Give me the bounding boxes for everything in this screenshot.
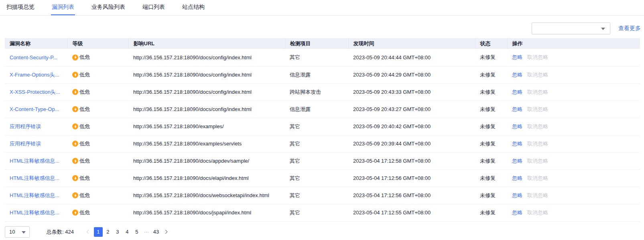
severity-label: 低危 (79, 157, 90, 165)
tab-site-structure[interactable]: 站点结构 (181, 0, 205, 15)
vulnerability-table: 漏洞名称 等级 影响URL 检测项目 发现时间 状态 操作 Content-Se… (0, 38, 644, 222)
page-number[interactable]: 3 (113, 227, 122, 237)
chevron-down-icon (601, 28, 605, 30)
affected-url: http://36.156.157.218:18090/docs/jspapi/… (133, 210, 251, 216)
vulnerability-name-link[interactable]: X-Frame-Options头... (10, 72, 59, 78)
detect-item: 其它 (290, 141, 300, 147)
vulnerability-name-link[interactable]: 应用程序错误 (10, 141, 41, 147)
low-risk-icon (72, 210, 78, 216)
vulnerability-name-link[interactable]: HTML注释敏感信息... (10, 175, 59, 181)
detect-item: 其它 (290, 192, 300, 198)
status-label: 未修复 (480, 106, 496, 112)
vulnerability-name-link[interactable]: X-Content-Type-Op... (10, 106, 59, 112)
tab-vulnerability-list[interactable]: 漏洞列表 (51, 0, 75, 15)
page-number[interactable]: 43 (152, 227, 160, 237)
cancel-ignore-link[interactable]: 取消忽略 (527, 210, 548, 216)
column-header-detect-item: 检测项目 (285, 38, 348, 49)
cancel-ignore-link[interactable]: 取消忽略 (527, 106, 548, 112)
page-number[interactable]: 2 (104, 227, 112, 237)
status-label: 未修复 (480, 192, 496, 198)
ignore-link[interactable]: 忽略 (512, 210, 522, 216)
ignore-link[interactable]: 忽略 (512, 192, 522, 198)
vulnerability-name-link[interactable]: HTML注释敏感信息... (10, 192, 59, 198)
column-header-name: 漏洞名称 (5, 38, 67, 49)
found-time: 2023-05-09 20:39:44 GMT+08:00 (353, 141, 431, 147)
ignore-link[interactable]: 忽略 (512, 175, 522, 181)
cancel-ignore-link[interactable]: 取消忽略 (527, 123, 548, 129)
cancel-ignore-link[interactable]: 取消忽略 (527, 89, 548, 95)
page-number[interactable]: 1 (94, 227, 103, 237)
status-label: 未修复 (480, 175, 496, 181)
view-more-link[interactable]: 查看更多 (618, 25, 641, 32)
low-risk-icon (72, 158, 78, 164)
ignore-link[interactable]: 忽略 (512, 141, 522, 147)
tab-port-list[interactable]: 端口列表 (142, 0, 166, 15)
status-label: 未修复 (480, 158, 496, 164)
severity-label: 低危 (79, 123, 90, 130)
cancel-ignore-link[interactable]: 取消忽略 (527, 175, 548, 181)
severity-label: 低危 (79, 175, 90, 182)
cancel-ignore-link[interactable]: 取消忽略 (527, 192, 548, 198)
page-size-select[interactable]: 10 (5, 226, 30, 238)
vulnerability-name-link[interactable]: HTML注释敏感信息... (10, 210, 59, 216)
page-list: 12345···43 (94, 227, 161, 237)
next-page-button[interactable] (161, 227, 170, 237)
affected-url: http://36.156.157.218:18090/docs/config/… (133, 72, 252, 78)
detect-item: 跨站脚本攻击 (290, 89, 321, 95)
detect-item: 其它 (290, 210, 300, 216)
severity-label: 低危 (79, 54, 90, 61)
table-row: HTML注释敏感信息...低危http://36.156.157.218:180… (5, 187, 640, 204)
ignore-link[interactable]: 忽略 (512, 158, 522, 164)
prev-page-button[interactable] (84, 227, 93, 237)
ignore-link[interactable]: 忽略 (512, 72, 522, 78)
ignore-link[interactable]: 忽略 (512, 54, 522, 60)
page-number[interactable]: 4 (123, 227, 132, 237)
cancel-ignore-link[interactable]: 取消忽略 (527, 72, 548, 78)
status-label: 未修复 (480, 72, 496, 78)
found-time: 2023-05-04 17:12:56 GMT+08:00 (353, 175, 431, 181)
status-label: 未修复 (480, 54, 496, 60)
column-header-operation: 操作 (507, 38, 640, 49)
severity-label: 低危 (79, 106, 90, 113)
affected-url: http://36.156.157.218:18090/examples/ser… (133, 141, 242, 147)
found-time: 2023-05-09 20:44:29 GMT+08:00 (353, 72, 431, 78)
vuln-table-body: Content-Security-P...低危http://36.156.157… (5, 49, 640, 221)
table-row: 应用程序错误低危http://36.156.157.218:18090/exam… (5, 118, 640, 135)
table-header-row: 漏洞名称 等级 影响URL 检测项目 发现时间 状态 操作 (5, 38, 640, 49)
total-count: 总条数: 424 (47, 228, 74, 236)
tab-scan-items-overview[interactable]: 扫描项总览 (6, 0, 35, 15)
status-label: 未修复 (480, 210, 496, 216)
found-time: 2023-05-04 17:12:58 GMT+08:00 (353, 158, 431, 164)
vulnerability-name-link[interactable]: X-XSS-Protection头... (10, 89, 60, 95)
affected-url: http://36.156.157.218:18090/docs/config/… (133, 89, 252, 95)
cancel-ignore-link[interactable]: 取消忽略 (527, 158, 548, 164)
affected-url: http://36.156.157.218:18090/docs/appdev/… (133, 158, 249, 164)
ignore-link[interactable]: 忽略 (512, 106, 522, 112)
found-time: 2023-05-09 20:40:42 GMT+08:00 (353, 123, 431, 129)
found-time: 2023-05-09 20:44:44 GMT+08:00 (353, 54, 431, 61)
cancel-ignore-link[interactable]: 取消忽略 (527, 141, 548, 147)
filter-select[interactable] (532, 22, 610, 34)
detect-item: 其它 (290, 175, 300, 181)
low-risk-icon (72, 123, 78, 129)
vulnerability-name-link[interactable]: HTML注释敏感信息... (10, 158, 59, 164)
table-row: HTML注释敏感信息...低危http://36.156.157.218:180… (5, 152, 640, 169)
found-time: 2023-05-09 20:43:27 GMT+08:00 (353, 106, 431, 112)
found-time: 2023-05-04 17:12:56 GMT+08:00 (353, 192, 431, 198)
ignore-link[interactable]: 忽略 (512, 123, 522, 129)
column-header-status: 状态 (475, 38, 507, 49)
tab-business-risk-list[interactable]: 业务风险列表 (91, 0, 126, 15)
status-label: 未修复 (480, 89, 496, 95)
vulnerability-name-link[interactable]: Content-Security-P... (10, 54, 57, 61)
ignore-link[interactable]: 忽略 (512, 89, 522, 95)
low-risk-icon (72, 141, 78, 147)
affected-url: http://36.156.157.218:18090/docs/websock… (133, 192, 269, 198)
low-risk-icon (72, 72, 78, 78)
page-number[interactable]: 5 (132, 227, 141, 237)
table-row: X-XSS-Protection头...低危http://36.156.157.… (5, 83, 640, 101)
found-time: 2023-05-04 17:12:55 GMT+08:00 (353, 210, 431, 216)
cancel-ignore-link[interactable]: 取消忽略 (527, 54, 548, 60)
vulnerability-name-link[interactable]: 应用程序错误 (10, 123, 41, 129)
page-size-value: 10 (9, 229, 15, 235)
pager: 12345···43 (84, 227, 171, 237)
